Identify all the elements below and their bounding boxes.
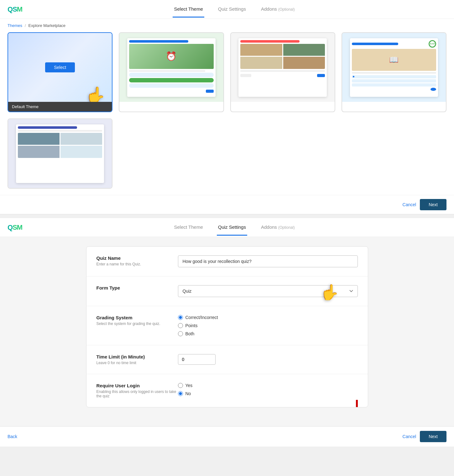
option2 [352,79,436,82]
theme-card-city[interactable] [8,118,112,189]
login-radio-no[interactable] [178,391,183,396]
bottom-nav: Select Theme Quiz Settings Addons (Optio… [22,219,446,236]
mock-radio-1 [129,73,214,77]
themes-grid-row2 [0,118,454,195]
mock-next-btn [206,90,214,93]
require-login-radio-group: Yes No [178,383,358,396]
time-limit-sublabel: Leave 0 for no time limit [97,361,178,365]
grading-option-correct[interactable]: Correct/Incorrect [178,315,358,320]
mock-line-food [240,70,325,72]
mock-radio-3 [129,83,214,88]
top-header: QSM Select Theme Quiz Settings Addons (O… [0,0,454,19]
bottom-header: QSM Select Theme Quiz Settings Addons (O… [0,218,454,237]
breadcrumb-separator: / [25,23,26,28]
grading-radio-correct[interactable] [178,315,183,320]
themes-grid: Select 👆 Default Theme ⏰ [0,32,454,118]
grading-radio-points[interactable] [178,323,183,328]
quiz-name-input-col [178,255,358,267]
quiz-name-row: Quiz Name Enter a name for this Quiz. [86,247,368,276]
bottom-section: QSM Select Theme Quiz Settings Addons (O… [0,218,454,447]
theme-card-clock[interactable]: ⏰ [119,32,224,112]
form-type-label: Form Type [97,285,178,290]
top-nav: Select Theme Quiz Settings Addons (Optio… [22,1,446,18]
clock-emoji: ⏰ [129,44,214,69]
city-mock-card [16,124,104,183]
grading-radio-both[interactable] [178,331,183,336]
grading-label: Grading System [97,315,178,320]
mock-radio-2 [129,78,214,82]
food-bar [240,40,300,43]
city-cell1 [18,133,60,145]
theme-preview-book: 4:47 📖 [342,33,446,102]
theme-card-default[interactable]: Select 👆 Default Theme [8,32,112,112]
food-btn-row [240,74,325,77]
grading-option-points[interactable]: Points [178,323,358,328]
form-type-label-col: Form Type [97,285,178,292]
login-radio-yes[interactable] [178,383,183,388]
grading-option-both[interactable]: Both [178,331,358,336]
top-cancel-button[interactable]: Cancel [403,202,416,207]
food-cell3 [240,57,282,69]
settings-form: Quiz Name Enter a name for this Quiz. Fo… [86,246,368,407]
logo-q: Q [8,5,13,13]
tab-quiz-settings[interactable]: Quiz Settings [217,6,247,18]
quiz-name-input[interactable] [178,255,358,267]
quiz-name-label: Quiz Name [97,255,178,261]
option3 [352,83,436,86]
bottom-cancel-button[interactable]: Cancel [403,434,416,439]
clock-mock-card: ⏰ [127,38,216,97]
login-option-no[interactable]: No [178,391,358,396]
bottom-tab-select-theme[interactable]: Select Theme [173,224,204,236]
bottom-tab-quiz-settings[interactable]: Quiz Settings [217,224,247,236]
bottom-addons-optional: (Optional) [278,225,295,230]
city-cell2 [60,133,102,145]
prev-btn-mock [240,74,251,77]
settings-form-wrapper: Quiz Name Enter a name for this Quiz. Fo… [0,246,454,407]
timer-circle: 4:47 [429,40,436,48]
require-login-row: Require User Login Enabling this allows … [86,374,368,407]
grading-sublabel: Select the system for grading the quiz. [97,322,178,326]
addons-optional-label: (Optional) [278,7,295,12]
breadcrumb: Themes / Explore Marketplace [0,19,454,32]
theme-card-book[interactable]: 4:47 📖 [342,32,446,112]
food-cell4 [283,57,325,69]
top-next-button[interactable]: Next [420,199,446,210]
form-type-select[interactable]: Quiz Survey Poll [178,285,358,297]
mock-btn-row [129,90,214,93]
grading-label-col: Grading System Select the system for gra… [97,315,178,326]
city-cell4 [60,146,102,158]
bottom-next-button[interactable]: Next [420,431,446,442]
mock-bar [129,40,188,43]
city-grid [18,133,102,158]
arrow-down-indicator [349,400,365,407]
login-option-yes[interactable]: Yes [178,383,358,388]
top-section: QSM Select Theme Quiz Settings Addons (O… [0,0,454,214]
tab-addons[interactable]: Addons (Optional) [260,6,296,18]
next-btn-mock [317,74,325,77]
book-mock-card: 4:47 📖 [350,38,438,97]
tab-select-theme[interactable]: Select Theme [173,6,204,18]
time-limit-input[interactable] [178,354,216,365]
food-grid [240,44,325,69]
breadcrumb-marketplace[interactable]: Explore Marketplace [29,23,66,28]
cursor-hand-icon: 👆 [85,86,106,102]
select-button-default[interactable]: Select [45,62,75,72]
logo-m: M [17,5,22,13]
bottom-logo-q: Q [8,223,13,231]
theme-card-food[interactable] [230,32,335,112]
bottom-footer-right: Cancel Next [403,431,446,442]
top-footer-actions: Cancel Next [0,195,454,214]
time-limit-row: Time Limit (in Minute) Leave 0 for no ti… [86,345,368,374]
bottom-logo-m: M [17,223,22,231]
back-button[interactable]: Back [8,434,17,439]
require-login-label: Require User Login [97,383,178,388]
theme-preview-city [8,119,112,188]
breadcrumb-themes[interactable]: Themes [8,23,22,28]
require-login-label-col: Require User Login Enabling this allows … [97,383,178,398]
bottom-tab-addons[interactable]: Addons (Optional) [260,224,296,236]
food-cell1 [240,44,282,56]
book-btn-row [352,88,436,91]
grading-radio-group: Correct/Incorrect Points Both [178,315,358,336]
city-question [18,130,102,132]
grading-input-col: Correct/Incorrect Points Both [178,315,358,336]
